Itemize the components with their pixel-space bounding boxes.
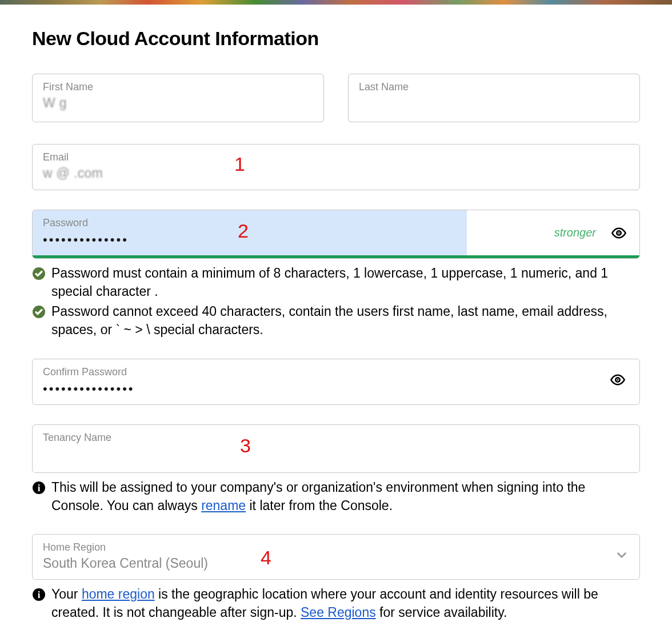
last-name-field[interactable]: Last Name (348, 74, 640, 122)
tenancy-name-label: Tenancy Name (43, 432, 629, 444)
password-strength-bar (33, 255, 639, 258)
password-strength-text: stronger (554, 226, 596, 239)
check-icon (32, 305, 46, 319)
chevron-down-icon (614, 548, 629, 565)
email-field[interactable]: Email w @ .com (32, 144, 640, 190)
svg-point-5 (617, 379, 619, 381)
last-name-label: Last Name (359, 81, 629, 93)
password-value: •••••••••••••• (43, 231, 457, 247)
toggle-password-visibility-icon[interactable] (611, 225, 627, 241)
email-value: w @ .com (43, 166, 103, 182)
svg-text:i: i (38, 589, 41, 600)
password-label: Password (43, 217, 457, 229)
rename-link[interactable]: rename (201, 498, 246, 513)
svg-point-1 (618, 232, 620, 234)
tenancy-info: i This will be assigned to your company'… (32, 479, 640, 515)
info-icon: i (32, 481, 46, 495)
confirm-password-value: ••••••••••••••• (43, 380, 610, 396)
confirm-password-field[interactable]: Confirm Password ••••••••••••••• (32, 359, 640, 405)
svg-text:i: i (38, 483, 41, 493)
page-title: New Cloud Account Information (32, 27, 640, 50)
confirm-password-label: Confirm Password (43, 366, 610, 378)
first-name-label: First Name (43, 81, 313, 93)
see-regions-link[interactable]: See Regions (301, 605, 376, 620)
tenancy-name-field[interactable]: Tenancy Name (32, 424, 640, 473)
toggle-confirm-password-visibility-icon[interactable] (610, 372, 629, 390)
home-region-select[interactable]: Home Region South Korea Central (Seoul) (32, 534, 640, 580)
check-icon (32, 267, 46, 280)
first-name-value: W g (43, 95, 67, 111)
home-region-link[interactable]: home region (82, 587, 155, 601)
info-icon: i (32, 588, 46, 601)
password-rule-2: Password cannot exceed 40 characters, co… (32, 303, 640, 339)
email-label: Email (43, 151, 629, 163)
password-rule-1: Password must contain a minimum of 8 cha… (32, 264, 640, 300)
region-info: i Your home region is the geographic loc… (32, 585, 640, 621)
password-field[interactable]: Password •••••••••••••• stronger (32, 210, 640, 259)
home-region-value: South Korea Central (Seoul) (43, 556, 208, 571)
home-region-label: Home Region (43, 541, 614, 553)
decorative-top-strip (0, 0, 672, 5)
first-name-field[interactable]: First Name W g (32, 74, 324, 122)
